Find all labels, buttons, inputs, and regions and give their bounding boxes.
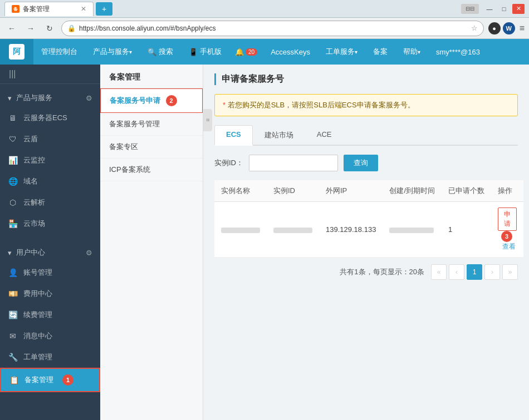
cell-instance-id	[267, 202, 319, 258]
nav-help[interactable]: 帮助	[395, 39, 428, 65]
browser-menu-icon[interactable]: ≡	[520, 23, 525, 33]
page-last-btn[interactable]: »	[502, 264, 518, 280]
bell-badge: 20	[246, 48, 257, 56]
sidebar-item-renewal[interactable]: 🔄 续费管理	[0, 304, 100, 325]
sidebar-collapse-btn[interactable]: |||	[0, 65, 100, 84]
back-btn[interactable]: ←	[4, 21, 19, 36]
dns-icon: ⬡	[8, 197, 18, 207]
ext-circle-icon[interactable]: ●	[488, 22, 501, 34]
forward-btn[interactable]: →	[23, 21, 38, 36]
cell-date	[383, 202, 442, 258]
sidebar-section-products: ▾ 产品与服务 ⚙ 🖥 云服务器ECS 🛡 云盾 📊 云监控	[0, 84, 100, 239]
address-bar[interactable]: 🔒 https://bsn.console.aliyun.com/#/bsnAp…	[61, 21, 484, 36]
query-btn[interactable]: 查询	[344, 155, 378, 171]
sidebar-item-ecs[interactable]: 🖥 云服务器ECS	[0, 107, 100, 129]
user-gear-icon[interactable]: ⚙	[86, 249, 92, 257]
nav-filing[interactable]: 备案	[365, 39, 395, 65]
main-layout: ||| ▾ 产品与服务 ⚙ 🖥 云服务器ECS 🛡 云盾	[0, 65, 529, 420]
page-next-btn[interactable]: ›	[484, 264, 500, 280]
sidebar-item-account[interactable]: 👤 账号管理	[0, 262, 100, 283]
pagination-info: 共有1条，每页显示：20条	[340, 267, 424, 277]
extension-icons: ● W	[488, 22, 515, 34]
bookmark-icon[interactable]: ☆	[471, 24, 478, 32]
sidebar-item-filing[interactable]: 📋 备案管理 1	[0, 368, 100, 392]
col-action: 操作	[491, 180, 523, 202]
submenu-item-icp[interactable]: ICP备案系统	[100, 159, 203, 181]
bell-icon: 🔔	[235, 48, 244, 56]
nav-access-keys[interactable]: AccessKeys	[263, 39, 318, 65]
annotation-3: 3	[501, 231, 512, 242]
col-instance-id: 实例ID	[267, 180, 319, 202]
top-nav: 阿 管理控制台 产品与服务 🔍 搜索 📱 手机版 🔔 20 AccessKeys…	[0, 39, 529, 65]
apply-btn[interactable]: 申请	[498, 207, 517, 231]
tabs-bar: ECS 建站市场 ACE	[214, 125, 518, 146]
instance-id-masked	[273, 228, 312, 233]
nav-logo[interactable]: 阿	[0, 39, 33, 65]
submenu-item-zone[interactable]: 备案专区	[100, 136, 203, 159]
nav-user[interactable]: smy****@163	[428, 39, 488, 65]
window-controls: ⊟⊟ — □ ✕	[461, 4, 525, 14]
cell-ip: 139.129.18.133	[319, 202, 383, 258]
account-icon: 👤	[8, 268, 18, 278]
sub-menu: 备案管理 备案服务号申请 2 备案服务号管理 备案专区 ICP备案系统	[100, 65, 203, 420]
tab-favicon: 备	[12, 5, 19, 13]
collapse-handle-icon: ≡	[205, 118, 211, 122]
tab-site-market[interactable]: 建站市场	[253, 125, 305, 145]
page-first-btn[interactable]: «	[431, 264, 447, 280]
query-input[interactable]	[249, 155, 338, 171]
maximize-btn[interactable]: □	[498, 4, 510, 14]
sidebar-item-domain[interactable]: 🌐 域名	[0, 171, 100, 192]
collapse-handle[interactable]: ≡	[203, 109, 212, 131]
page-prev-btn[interactable]: ‹	[449, 264, 464, 280]
sidebar-item-message[interactable]: ✉ 消息中心	[0, 325, 100, 347]
sidebar-section-products-header[interactable]: ▾ 产品与服务 ⚙	[0, 88, 100, 107]
filing-icon: 📋	[9, 375, 19, 385]
tab-ace[interactable]: ACE	[305, 125, 344, 145]
browser-addressbar: ← → ↻ 🔒 https://bsn.console.aliyun.com/#…	[0, 18, 529, 39]
sidebar-item-shield[interactable]: 🛡 云盾	[0, 129, 100, 150]
date-masked	[389, 228, 434, 233]
nav-mobile[interactable]: 📱 手机版	[181, 39, 229, 65]
nav-bell[interactable]: 🔔 20	[229, 39, 263, 65]
collapse-icon: |||	[9, 69, 16, 79]
sidebar-section-user-header[interactable]: ▾ 用户中心 ⚙	[0, 243, 100, 262]
query-row: 实例ID： 查询	[214, 155, 518, 171]
refresh-btn[interactable]: ↻	[42, 21, 57, 36]
sidebar-item-dns[interactable]: ⬡ 云解析	[0, 192, 100, 213]
domain-icon: 🌐	[8, 176, 18, 186]
message-icon: ✉	[8, 331, 18, 341]
monitor-icon: 📊	[8, 155, 18, 165]
products-gear-icon[interactable]: ⚙	[86, 94, 92, 102]
billing-icon: 💴	[8, 289, 18, 299]
new-tab-icon: +	[102, 4, 106, 13]
sidebar: ||| ▾ 产品与服务 ⚙ 🖥 云服务器ECS 🛡 云盾	[0, 65, 100, 420]
ext-w-icon[interactable]: W	[503, 22, 515, 34]
pagination-row: 共有1条，每页显示：20条 « ‹ 1 › »	[214, 258, 518, 286]
cell-applied-count: 1	[442, 202, 491, 258]
tab-ecs[interactable]: ECS	[214, 125, 253, 146]
query-label: 实例ID：	[214, 158, 243, 168]
tab-close-btn[interactable]: ✕	[81, 5, 86, 13]
notice-text: 若您购买的是SLB，请按照SLB后端ECS申请备案服务号。	[228, 101, 415, 109]
app-container: 阿 管理控制台 产品与服务 🔍 搜索 📱 手机版 🔔 20 AccessKeys…	[0, 39, 529, 420]
col-instance-name: 实例名称	[214, 180, 267, 202]
sidebar-item-ticket[interactable]: 🔧 工单管理	[0, 347, 100, 368]
nav-management-console[interactable]: 管理控制台	[33, 39, 85, 65]
new-tab-btn[interactable]: +	[96, 2, 112, 16]
renewal-icon: 🔄	[8, 310, 18, 320]
view-link[interactable]: 查看	[502, 243, 516, 250]
close-btn[interactable]: ✕	[512, 4, 525, 14]
page-1-btn[interactable]: 1	[467, 264, 482, 280]
submenu-item-apply[interactable]: 备案服务号申请 2	[100, 88, 203, 113]
browser-tab[interactable]: 备 备案管理 ✕	[4, 2, 94, 16]
sidebar-item-billing[interactable]: 💴 费用中心	[0, 283, 100, 304]
nav-search[interactable]: 🔍 搜索	[140, 39, 181, 65]
nav-products-services[interactable]: 产品与服务	[85, 39, 140, 65]
sidebar-section-user: ▾ 用户中心 ⚙ 👤 账号管理 💴 费用中心 🔄 续费管理	[0, 239, 100, 397]
sidebar-item-monitor[interactable]: 📊 云监控	[0, 150, 100, 171]
minimize-btn[interactable]: —	[483, 4, 496, 14]
instance-name-masked	[221, 228, 260, 233]
submenu-item-manage[interactable]: 备案服务号管理	[100, 113, 203, 136]
sidebar-item-market[interactable]: 🏪 云市场	[0, 213, 100, 234]
nav-ticket-service[interactable]: 工单服务	[318, 39, 365, 65]
